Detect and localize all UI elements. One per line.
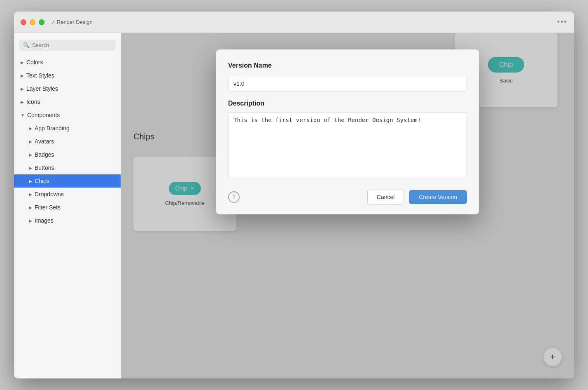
search-icon: 🔍 (23, 42, 30, 48)
chevron-right-icon: ▶ (21, 87, 24, 91)
help-button[interactable]: ? (228, 191, 240, 203)
minimize-button[interactable] (30, 19, 35, 25)
chevron-right-icon: ▶ (29, 153, 32, 157)
title-bar: ✓ Render Design ••• (14, 12, 574, 33)
cancel-button[interactable]: Cancel (367, 190, 404, 204)
search-input[interactable] (32, 42, 112, 48)
sidebar-item-label: App Branding (35, 125, 70, 132)
sidebar-item-label: Text Styles (26, 72, 54, 79)
checkmark-icon: ✓ (51, 19, 55, 25)
app-window: ✓ Render Design ••• 🔍 ▶ Colors ▶ Text St… (14, 12, 574, 378)
chevron-down-icon: ▼ (21, 113, 25, 117)
chevron-right-icon: ▶ (29, 192, 32, 197)
chevron-right-icon: ▶ (21, 73, 24, 78)
sidebar-item-chips[interactable]: ▶ Chips (14, 174, 121, 188)
chevron-right-icon: ▶ (21, 60, 24, 65)
sidebar-item-label: Layer Styles (26, 85, 58, 92)
app-title: ✓ Render Design (51, 19, 93, 25)
chevron-right-icon: ▶ (29, 126, 32, 131)
sidebar-item-filter-sets[interactable]: ▶ Filter Sets (14, 201, 121, 214)
sidebar-item-icons[interactable]: ▶ Icons (14, 95, 121, 108)
sidebar-item-avatars[interactable]: ▶ Avatars (14, 135, 121, 148)
search-box[interactable]: 🔍 (19, 40, 116, 51)
chevron-right-icon: ▶ (29, 205, 32, 210)
main-content: 🔍 ▶ Colors ▶ Text Styles ▶ Layer Styles … (14, 33, 574, 378)
traffic-lights (21, 19, 44, 25)
sidebar-item-label: Badges (35, 151, 54, 158)
sidebar-item-dropdowns[interactable]: ▶ Dropdowns (14, 188, 121, 201)
chevron-right-icon: ▶ (29, 218, 32, 223)
maximize-button[interactable] (39, 19, 44, 25)
create-version-button[interactable]: Create Version (409, 190, 467, 204)
sidebar-item-text-styles[interactable]: ▶ Text Styles (14, 69, 121, 82)
close-button[interactable] (21, 19, 26, 25)
sidebar-item-badges[interactable]: ▶ Badges (14, 148, 121, 161)
modal-description-label: Description (228, 100, 467, 107)
sidebar-item-label: Avatars (35, 138, 54, 145)
sidebar-item-label: Filter Sets (35, 204, 61, 211)
sidebar-item-buttons[interactable]: ▶ Buttons (14, 161, 121, 174)
sidebar-item-label: Chips (35, 178, 49, 184)
sidebar-item-label: Icons (26, 99, 40, 105)
more-options-button[interactable]: ••• (557, 18, 567, 26)
sidebar-item-label: Colors (26, 59, 43, 66)
modal-footer: ? Cancel Create Version (228, 190, 467, 204)
sidebar: 🔍 ▶ Colors ▶ Text Styles ▶ Layer Styles … (14, 33, 121, 378)
description-textarea[interactable] (228, 112, 467, 178)
sidebar-item-label: Dropdowns (35, 191, 64, 197)
chevron-right-icon: ▶ (29, 179, 32, 183)
version-name-input[interactable] (228, 76, 467, 92)
chevron-right-icon: ▶ (21, 100, 24, 104)
sidebar-item-app-branding[interactable]: ▶ App Branding (14, 122, 121, 135)
create-version-modal: Version Name Description ? Cancel Create… (216, 49, 479, 214)
canvas: Chips Chip ✕ Chip/Removable Chip Basic + (121, 33, 574, 378)
sidebar-item-components[interactable]: ▼ Components (14, 108, 121, 122)
sidebar-item-images[interactable]: ▶ Images (14, 214, 121, 227)
app-name-label: Render Design (57, 19, 93, 25)
sidebar-item-colors[interactable]: ▶ Colors (14, 56, 121, 69)
chevron-right-icon: ▶ (29, 139, 32, 144)
sidebar-item-label: Components (27, 112, 60, 118)
chevron-right-icon: ▶ (29, 166, 32, 170)
sidebar-item-layer-styles[interactable]: ▶ Layer Styles (14, 82, 121, 95)
modal-version-name-title: Version Name (228, 62, 467, 69)
sidebar-item-label: Buttons (35, 164, 54, 171)
modal-overlay: Version Name Description ? Cancel Create… (121, 33, 574, 378)
sidebar-item-label: Images (35, 217, 54, 224)
